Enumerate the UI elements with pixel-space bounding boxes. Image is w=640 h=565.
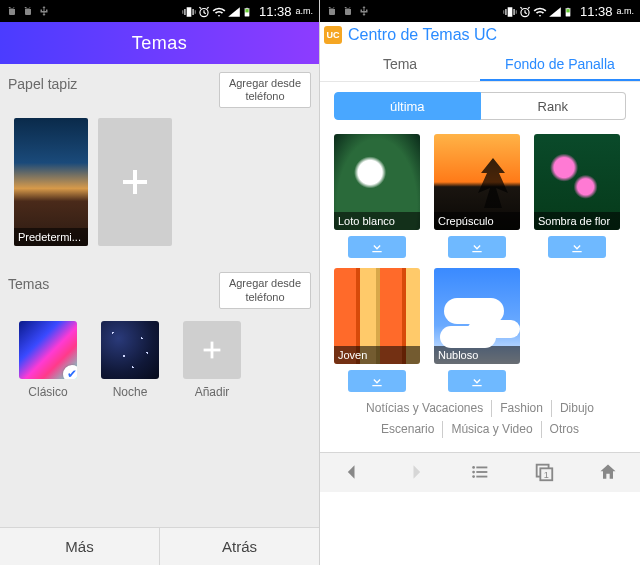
theme-item-add[interactable]: Añadir [178, 321, 246, 399]
nav-forward-button[interactable] [384, 453, 448, 492]
wallpaper-card: Crepúsculo [434, 134, 520, 258]
themes-row: ✔ Clásico Noche Añadir [0, 315, 319, 409]
signal-icon [548, 5, 560, 17]
nav-back-button[interactable] [320, 453, 384, 492]
wallpaper-thumb[interactable]: Loto blanco [334, 134, 420, 230]
subtab-rank[interactable]: Rank [481, 92, 627, 120]
wifi-icon [212, 5, 224, 17]
download-button[interactable] [348, 236, 406, 258]
nav-home-button[interactable] [576, 453, 640, 492]
browser-nav-bar: 1 [320, 452, 640, 492]
wallpaper-thumb[interactable]: Crepúsculo [434, 134, 520, 230]
page-title: Temas [132, 33, 188, 54]
subtab-latest[interactable]: última [334, 92, 481, 120]
back-icon [342, 462, 362, 482]
wifi-icon [533, 5, 545, 17]
tabs-icon: 1 [533, 461, 555, 483]
check-icon: ✔ [63, 365, 77, 379]
svg-rect-3 [245, 9, 248, 12]
battery-icon [242, 5, 254, 17]
nav-menu-button[interactable] [448, 453, 512, 492]
page-header: UC Centro de Temas UC [320, 22, 640, 48]
download-button[interactable] [448, 370, 506, 392]
adb-icon [342, 5, 354, 17]
category-link[interactable]: Notícias y Vacaciones [358, 400, 492, 417]
wallpaper-thumb[interactable]: Joven [334, 268, 420, 364]
download-icon [469, 239, 485, 255]
themes-section-head: Temas Agregar desde teléfono [0, 264, 319, 314]
download-button[interactable] [348, 370, 406, 392]
nav-tabs-button[interactable]: 1 [512, 453, 576, 492]
status-left [6, 5, 50, 17]
category-link[interactable]: Fashion [492, 400, 552, 417]
phone-left: 11:38 a.m. Temas Papel tapiz Agregar des… [0, 0, 320, 565]
uc-logo-icon: UC [324, 26, 342, 44]
wallpaper-card: Loto blanco [334, 134, 420, 258]
svg-point-8 [472, 466, 475, 469]
tab-wallpaper[interactable]: Fondo de Panalla [480, 48, 640, 81]
download-icon [369, 373, 385, 389]
theme-thumb [101, 321, 159, 379]
add-wallpaper-from-phone-button[interactable]: Agregar desde teléfono [219, 72, 311, 108]
category-link[interactable]: Escenario [373, 421, 443, 438]
wallpaper-item-default[interactable]: Predetermi... [14, 118, 88, 246]
wallpaper-label: Sombra de flor [534, 212, 620, 230]
svg-point-12 [472, 475, 475, 478]
wallpaper-card: Nubloso [434, 268, 520, 392]
vibrate-icon [182, 5, 194, 17]
svg-rect-7 [566, 9, 569, 12]
wallpaper-label: Crepúsculo [434, 212, 520, 230]
svg-rect-9 [476, 467, 487, 469]
add-theme-from-phone-button[interactable]: Agregar desde teléfono [219, 272, 311, 308]
wallpaper-thumb[interactable]: Sombra de flor [534, 134, 620, 230]
wallpaper-grid: Loto blanco Crepúsculo Sombra de flor [320, 126, 640, 394]
theme-label: Clásico [28, 385, 67, 399]
wallpaper-card: Sombra de flor [534, 134, 620, 258]
wallpaper-item-label: Predetermi... [14, 228, 88, 246]
screenshot-pair: 11:38 a.m. Temas Papel tapiz Agregar des… [0, 0, 640, 565]
theme-item-classic[interactable]: ✔ Clásico [14, 321, 82, 399]
wallpaper-card: Joven [334, 268, 420, 392]
footer-bar: Más Atrás [0, 527, 319, 565]
status-ampm: a.m. [295, 6, 313, 16]
plus-icon [202, 340, 222, 360]
more-button[interactable]: Más [0, 528, 160, 565]
forward-icon [406, 462, 426, 482]
phone-right: 11:38 a.m. UC Centro de Temas UC Tema Fo… [320, 0, 640, 565]
category-link[interactable]: Dibujo [552, 400, 602, 417]
alarm-icon [197, 5, 209, 17]
download-button[interactable] [548, 236, 606, 258]
wallpaper-label: Joven [334, 346, 420, 364]
home-icon [598, 462, 618, 482]
sub-tabs: última Rank [320, 82, 640, 126]
status-time: 11:38 [259, 4, 292, 19]
wallpaper-thumb[interactable]: Nubloso [434, 268, 520, 364]
download-icon [569, 239, 585, 255]
tab-theme[interactable]: Tema [320, 48, 480, 81]
status-ampm: a.m. [616, 6, 634, 16]
back-button[interactable]: Atrás [160, 528, 319, 565]
svg-rect-6 [567, 8, 569, 9]
wallpaper-add-tile[interactable] [98, 118, 172, 246]
wallpaper-row: Predetermi... [0, 114, 319, 264]
category-link[interactable]: Otros [542, 421, 587, 438]
theme-thumb-add [183, 321, 241, 379]
content-area: Papel tapiz Agregar desde teléfono Prede… [0, 64, 319, 527]
page-header: Temas [0, 22, 319, 64]
themes-section-title: Temas [8, 272, 49, 292]
svg-text:1: 1 [544, 470, 549, 480]
svg-rect-2 [246, 8, 248, 9]
wallpaper-label: Loto blanco [334, 212, 420, 230]
download-icon [369, 239, 385, 255]
wallpaper-label: Nubloso [434, 346, 520, 364]
alarm-icon [518, 5, 530, 17]
adb-icon [6, 5, 18, 17]
top-tabs: Tema Fondo de Panalla [320, 48, 640, 82]
category-link[interactable]: Música y Video [443, 421, 541, 438]
adb-icon [22, 5, 34, 17]
status-right: 11:38 a.m. [182, 4, 313, 19]
status-right: 11:38 a.m. [503, 4, 634, 19]
download-button[interactable] [448, 236, 506, 258]
page-title: Centro de Temas UC [348, 26, 497, 44]
theme-item-night[interactable]: Noche [96, 321, 164, 399]
